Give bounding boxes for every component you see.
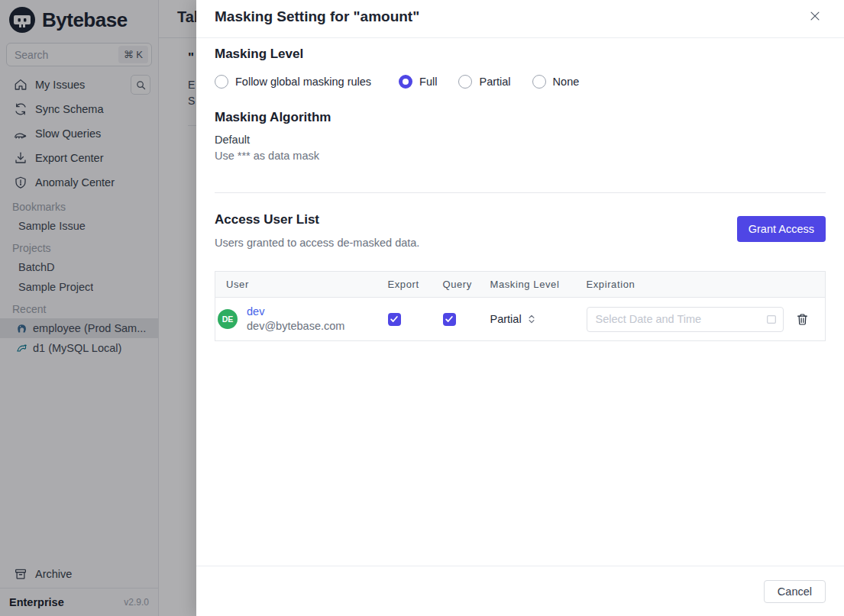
masking-algorithm-description: Use *** as data mask bbox=[215, 149, 826, 163]
radio-icon bbox=[215, 75, 228, 89]
app-root: Bytebase ⌘ K My Issues Sync Schema bbox=[0, 0, 844, 616]
query-checkbox[interactable] bbox=[443, 313, 456, 326]
export-checkbox[interactable] bbox=[388, 313, 401, 326]
user-email: dev@bytebase.com bbox=[247, 319, 344, 334]
masking-level-value: Partial bbox=[490, 313, 522, 325]
calendar-icon bbox=[765, 313, 778, 328]
access-user-list-subtitle: Users granted to access de-masked data. bbox=[215, 236, 419, 250]
table-row: DE dev dev@bytebase.com bbox=[215, 298, 826, 341]
radio-label: Follow global masking rules bbox=[235, 76, 371, 88]
column-header-export: Export bbox=[377, 272, 432, 298]
query-cell bbox=[432, 298, 480, 341]
masking-level-heading: Masking Level bbox=[215, 46, 826, 63]
column-header-user: User bbox=[215, 272, 377, 298]
modal-footer: Cancel bbox=[196, 566, 844, 616]
masking-level-cell: Partial bbox=[480, 298, 576, 341]
expiration-cell bbox=[576, 298, 826, 341]
chevron-up-down-icon bbox=[528, 314, 535, 324]
access-user-list-header-text: Access User List Users granted to access… bbox=[215, 211, 419, 250]
column-header-expiration: Expiration bbox=[576, 272, 826, 298]
column-header-masking-level: Masking Level bbox=[480, 272, 576, 298]
trash-icon[interactable] bbox=[795, 311, 810, 327]
radio-none[interactable]: None bbox=[532, 75, 580, 89]
expiration-date-input[interactable] bbox=[587, 307, 784, 332]
radio-icon-checked bbox=[399, 75, 412, 89]
access-user-list-header: Access User List Users granted to access… bbox=[215, 211, 826, 250]
user-cell: DE dev dev@bytebase.com bbox=[215, 298, 377, 341]
access-user-list-heading: Access User List bbox=[215, 211, 419, 228]
grant-access-button[interactable]: Grant Access bbox=[737, 216, 826, 242]
access-user-table: User Export Query Masking Level Expirati… bbox=[215, 271, 826, 341]
table-header-row: User Export Query Masking Level Expirati… bbox=[215, 272, 826, 298]
masking-algorithm-name: Default bbox=[215, 133, 826, 147]
radio-label: Partial bbox=[479, 76, 510, 88]
radio-follow-global[interactable]: Follow global masking rules bbox=[215, 75, 371, 89]
radio-icon bbox=[458, 75, 472, 89]
section-divider bbox=[215, 192, 826, 193]
close-icon[interactable] bbox=[807, 8, 823, 24]
radio-partial[interactable]: Partial bbox=[458, 75, 510, 89]
modal-header: Masking Setting for "amount" bbox=[196, 0, 844, 38]
user-name-link[interactable]: dev bbox=[247, 305, 344, 319]
modal-body: Masking Level Follow global masking rule… bbox=[196, 38, 844, 341]
cancel-button[interactable]: Cancel bbox=[764, 580, 826, 603]
masking-level-radio-group: Follow global masking rules Full Partial… bbox=[215, 75, 826, 89]
avatar: DE bbox=[218, 309, 238, 329]
radio-label: None bbox=[553, 76, 580, 88]
export-cell bbox=[377, 298, 432, 341]
radio-icon bbox=[532, 75, 546, 89]
modal-title: Masking Setting for "amount" bbox=[215, 8, 419, 24]
column-header-query: Query bbox=[432, 272, 480, 298]
masking-level-select[interactable]: Partial bbox=[490, 313, 576, 325]
expiration-date-input-wrap bbox=[587, 307, 784, 332]
radio-label: Full bbox=[419, 76, 437, 88]
radio-full[interactable]: Full bbox=[399, 75, 437, 89]
masking-setting-modal: Masking Setting for "amount" Masking Lev… bbox=[196, 0, 844, 616]
masking-algorithm-heading: Masking Algorithm bbox=[215, 109, 826, 126]
